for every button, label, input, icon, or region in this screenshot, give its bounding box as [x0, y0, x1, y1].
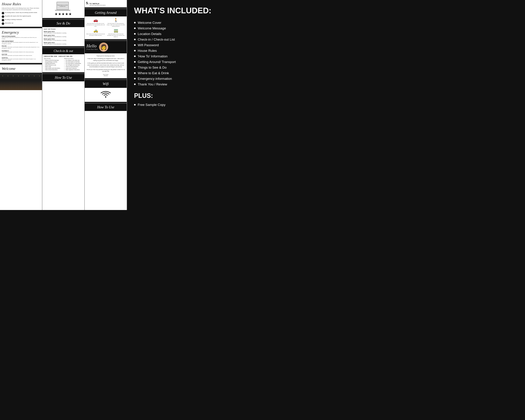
- train-icon: 🚃: [106, 28, 125, 33]
- included-item-6: House Rules: [134, 48, 255, 54]
- departure-label: Before you leave:: [64, 58, 83, 59]
- included-item-3: Location Details: [134, 31, 255, 37]
- bullet-3: [134, 33, 136, 35]
- signature-name: Jessica: [86, 75, 125, 76]
- emerg-doctor-body: Add contact information and location det…: [2, 55, 40, 56]
- emerg-doctor-title: DOCTOR: [2, 54, 40, 55]
- divider-col3-3: [85, 78, 127, 79]
- emerg-pharmacy: PHARMACY Add contact information and loc…: [2, 50, 40, 53]
- transport-train: 🚃 Add information on the local train tim…: [106, 28, 125, 37]
- see-do-body: OUR TOP PICKS Name goes here: Short desc…: [42, 27, 84, 46]
- rule-badge-3: #4: [2, 19, 4, 21]
- emerg-police-body: Add contact information and location det…: [2, 47, 40, 49]
- bullet-11: [134, 78, 136, 79]
- departure-item-5: •Check for personal items.: [64, 66, 83, 67]
- checkin-time-label: CHECK-IN TIME: 10AM: [44, 56, 57, 57]
- house-rules-title: House Rules: [2, 2, 40, 6]
- arrival-item-6: •Safe location and instructions.: [44, 67, 63, 69]
- emerg-police: POLICE Add contact information and locat…: [2, 45, 40, 49]
- welcome-title-area: Welcome: [0, 65, 42, 73]
- attraction-desc-4: Short description of local attraction or…: [44, 43, 83, 45]
- emerg-doctor: DOCTOR Add contact information and locat…: [2, 54, 40, 56]
- rule-badge-4: #6: [2, 22, 4, 25]
- column-3: 5. TV / NETFLIX Add key operating inform…: [85, 0, 127, 210]
- emergency-title: Emergency: [2, 30, 40, 35]
- house-rules-intro: kindly ask that you adhere to the follow…: [2, 7, 40, 10]
- checkin-title: Check-in & out: [54, 49, 73, 53]
- bullet-4: [134, 39, 136, 40]
- getting-around-title: Getting Around: [95, 11, 117, 15]
- emergency-panel: Emergency FIRE EXTINGUISHERS Add informa…: [0, 28, 42, 63]
- attraction-name-4: Name goes here:: [44, 42, 83, 43]
- bullet-12: [134, 84, 136, 85]
- rule-text-3: No eating or drinking in bedrooms.: [5, 19, 22, 20]
- plus-item-1: Free Sample Copy: [134, 102, 255, 108]
- included-item-4: Check-in / Check-out List: [134, 37, 255, 42]
- getting-around-header: Getting Around: [85, 9, 127, 17]
- tv-number: 5.: [86, 1, 89, 5]
- rule-text-1: No smoking indoors. Guests may use ashtr…: [5, 12, 38, 13]
- divider-col3-1: [85, 8, 127, 9]
- included-item-2: Welcome Message: [134, 26, 255, 31]
- tv-subtitle: Add key operating information: [89, 5, 106, 6]
- arrival-item-5: •Alarm code.: [44, 66, 63, 67]
- bullet-10: [134, 72, 136, 74]
- checkin-columns: Upon Arrival •Where to find the key/code…: [44, 58, 83, 71]
- included-list: Welcome Cover Welcome Message Location D…: [134, 20, 255, 87]
- how-to-panel: How To Use: [42, 74, 84, 210]
- column-1: House Rules kindly ask that you adhere t…: [0, 0, 42, 210]
- included-item-5: Wifi Password: [134, 42, 255, 48]
- rule-item-4: #6 Add another rule: [2, 22, 40, 25]
- signature-label: Your Host,: [86, 74, 125, 75]
- divider-col2-1: [42, 18, 84, 19]
- rule-item-2: #2 No parties with anyone other than reg…: [2, 15, 40, 18]
- stars-display: ★★★★★: [44, 12, 83, 16]
- divider-col3-4: [85, 102, 127, 103]
- arrival-column: Upon Arrival •Where to find the key/code…: [44, 58, 63, 71]
- divider-col2-2: [42, 46, 84, 47]
- wifi-icon-area: [85, 88, 127, 102]
- departure-item-2: •Put used towels on the floor.: [64, 61, 83, 63]
- getting-around-body: 🚗 Add information on what sites can be a…: [85, 17, 127, 39]
- svg-point-0: [105, 97, 106, 98]
- departure-column: Before you leave: •Put rubbish in the tr…: [64, 58, 83, 71]
- avatar-emoji: 👩: [101, 44, 107, 50]
- walk-text: Add information on what attractions, sho…: [106, 23, 125, 27]
- arrival-item-7: •Other arrival instructions.: [44, 69, 63, 70]
- welcome-image: ✦ ✦ ✦ ✦ ✦ ✦ ✦ ✦: [0, 73, 42, 90]
- bullet-8: [134, 61, 136, 63]
- departure-item-4: •Turn off lights and lock door.: [64, 64, 83, 66]
- taxi-text: Add contact information for the local ta…: [86, 33, 105, 36]
- departure-item-6: •Leave key in drop box.: [64, 67, 83, 69]
- emerg-fire-dept-title: FIRE DEPARTMENT: [2, 41, 40, 42]
- emerg-hospital: HOSPITAL Add contact information and loc…: [2, 57, 40, 61]
- arrival-item-3: •Parking instructions.: [44, 63, 63, 64]
- transport-taxi: 🚕 Add contact information for the local …: [86, 28, 105, 37]
- hello-header: Hello From Your Host 👩: [85, 41, 127, 53]
- arrival-item-1: •Where to find the key/code.: [44, 60, 63, 61]
- divider-2: [0, 63, 42, 64]
- tv-section-content: 5. TV / NETFLIX Add key operating inform…: [86, 1, 125, 6]
- included-item-9: Things to See & Do: [134, 65, 255, 70]
- attraction-desc-1: Short description of local attraction or…: [44, 32, 83, 34]
- wifi-header: Wifi: [85, 80, 127, 88]
- emerg-pharmacy-body: Add contact information and location det…: [2, 51, 40, 53]
- arrival-label: Upon Arrival: [44, 58, 63, 59]
- train-text: Add information on the local train timet…: [106, 33, 125, 37]
- emerg-fire-ext-title: FIRE EXTINGUISHERS: [2, 36, 40, 37]
- plus-heading: PLUS:: [134, 92, 255, 99]
- checkin-body: CHECK-IN TIME: 10AM CHECK-OUT TIME: 2PM …: [42, 54, 84, 72]
- hello-text-area: Hello From Your Host: [86, 44, 98, 50]
- see-do-section-label: OUR TOP PICKS: [44, 28, 83, 30]
- bullet-6: [134, 50, 136, 51]
- transport-car: 🚗 Add information on what sites can be a…: [86, 18, 105, 27]
- divider-1: [0, 27, 42, 28]
- car-icon: 🚗: [86, 18, 105, 22]
- review-text: Please leave us a review at airbnb.com: [57, 5, 68, 7]
- bullet-1: [134, 22, 136, 23]
- transport-walk: 🚶 Add information on what attractions, s…: [106, 18, 125, 27]
- host-avatar: 👩: [99, 43, 108, 52]
- plus-bullet-1: [134, 104, 136, 105]
- rule-item-3: #4 No eating or drinking in bedrooms.: [2, 19, 40, 21]
- plus-list: Free Sample Copy: [134, 102, 255, 108]
